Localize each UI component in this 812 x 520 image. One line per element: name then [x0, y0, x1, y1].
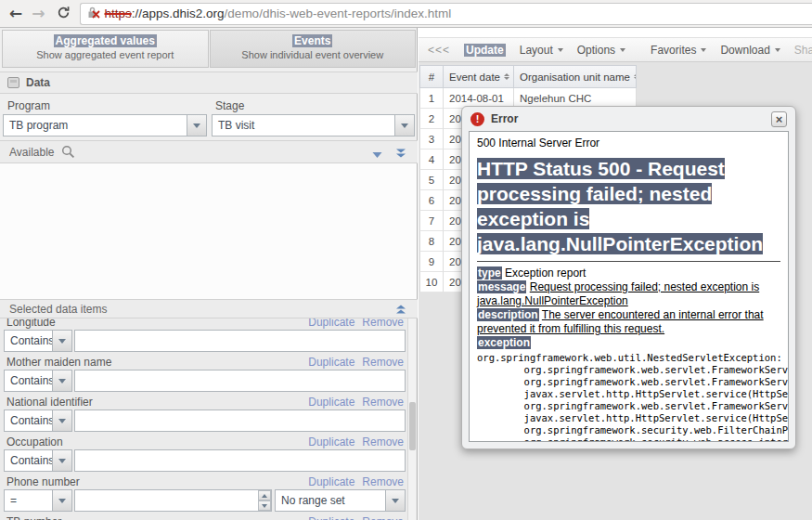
program-label: Program: [7, 99, 50, 112]
forward-icon[interactable]: →: [32, 6, 45, 21]
operator-select[interactable]: Contains: [4, 370, 72, 392]
collapse-up-icon[interactable]: [395, 305, 406, 318]
error-status-line: 500 Internal Server Error: [477, 136, 780, 150]
operator-select[interactable]: Contains: [4, 449, 72, 472]
program-value: TB program: [4, 119, 187, 132]
duplicate-link[interactable]: Duplicate: [308, 515, 354, 520]
chevron-down-icon[interactable]: [52, 490, 71, 511]
stage-value: TB visit: [213, 119, 394, 132]
chevron-down-icon[interactable]: [394, 115, 414, 136]
remove-link[interactable]: Remove: [362, 515, 404, 520]
filter-item: Phone number Duplicate Remove =: [0, 473, 417, 513]
share-menu-button[interactable]: Share: [794, 44, 812, 57]
filter-number-input[interactable]: [74, 489, 272, 512]
search-icon[interactable]: [61, 145, 75, 162]
scrollbar[interactable]: [407, 318, 416, 520]
remove-link[interactable]: Remove: [362, 318, 404, 329]
move-all-down-icon[interactable]: [395, 149, 406, 162]
available-label: Available: [9, 146, 54, 159]
dialog-body: 500 Internal Server Error HTTP Status 50…: [469, 131, 789, 442]
operator-select[interactable]: =: [4, 489, 72, 512]
program-select[interactable]: TB program: [3, 114, 207, 136]
filter-value-input[interactable]: [74, 370, 406, 392]
chevron-down-icon[interactable]: [52, 410, 71, 431]
column-header-event-date[interactable]: Event date: [444, 65, 514, 88]
selected-label: Selected data items: [9, 303, 107, 316]
duplicate-link[interactable]: Duplicate: [308, 396, 354, 409]
chevron-down-icon[interactable]: [385, 490, 405, 511]
description-label: description: [477, 308, 539, 321]
exception-label: exception: [477, 336, 531, 349]
filter-value-input[interactable]: [74, 410, 406, 432]
filter-label: Occupation: [6, 436, 63, 448]
accordion-data-header[interactable]: Data: [0, 72, 418, 94]
caret-down-icon: [775, 48, 780, 52]
error-icon: !: [470, 112, 484, 126]
chevron-down-icon[interactable]: [52, 370, 71, 391]
column-header-org-unit[interactable]: Organisation unit name: [514, 65, 637, 88]
selected-items-header: Selected data items: [0, 299, 418, 318]
tab-aggregated-title: Aggregated values: [54, 34, 157, 47]
reload-icon[interactable]: [57, 6, 71, 22]
stage-select[interactable]: TB visit: [212, 114, 415, 136]
column-header-number[interactable]: #: [419, 65, 444, 88]
browser-toolbar: ← → https://apps.dhis2.org/demo/dhis-web…: [0, 0, 812, 28]
duplicate-link[interactable]: Duplicate: [308, 318, 354, 329]
filter-label: Longitude: [6, 318, 56, 329]
chevron-down-icon[interactable]: [52, 331, 71, 351]
operator-select[interactable]: Contains: [4, 330, 72, 352]
tab-events-title: Events: [292, 34, 332, 47]
west-panel: Aggregated values Show aggregated event …: [0, 28, 418, 520]
remove-link[interactable]: Remove: [362, 475, 404, 488]
operator-select[interactable]: Contains: [4, 410, 72, 432]
error-heading: HTTP Status 500 - Request processing fai…: [477, 156, 780, 256]
filter-label: Mother maiden name: [6, 356, 111, 369]
available-items-list[interactable]: [0, 163, 417, 299]
chevron-down-icon[interactable]: [52, 450, 71, 471]
stage-label: Stage: [215, 99, 244, 112]
remove-link[interactable]: Remove: [362, 356, 404, 369]
stepper-up-icon[interactable]: [258, 490, 271, 500]
filter-item: TB number Duplicate Remove: [0, 513, 417, 520]
back-icon[interactable]: ←: [9, 6, 22, 21]
options-menu-button[interactable]: Options: [577, 44, 625, 57]
filter-item: Longitude Duplicate Remove Contains: [0, 318, 417, 353]
range-select[interactable]: No range set: [275, 489, 406, 512]
filter-item: National identifier Duplicate Remove Con…: [0, 393, 417, 433]
close-icon[interactable]: ×: [771, 111, 787, 127]
tab-aggregated-subtitle: Show aggregated event report: [3, 49, 208, 60]
filter-label: Phone number: [6, 475, 80, 488]
move-down-icon[interactable]: [372, 149, 382, 162]
data-section-icon: [7, 77, 19, 88]
download-menu-button[interactable]: Download: [720, 44, 780, 57]
stepper-down-icon[interactable]: [258, 500, 271, 511]
report-toolbar: <<< Update Layout Options Favorites Down…: [419, 37, 812, 62]
address-bar[interactable]: https://apps.dhis2.org/demo/dhis-web-eve…: [80, 3, 812, 25]
filter-value-input[interactable]: [74, 449, 406, 472]
dialog-titlebar[interactable]: ! Error ×: [462, 107, 795, 131]
duplicate-link[interactable]: Duplicate: [308, 356, 354, 369]
scrollbar-thumb[interactable]: [409, 402, 416, 450]
insecure-lock-icon[interactable]: [86, 6, 100, 22]
update-button[interactable]: Update: [464, 44, 506, 57]
remove-link[interactable]: Remove: [362, 396, 404, 409]
url-path: /demo/dhis-web-event-reports/index.html: [225, 6, 452, 20]
data-header-label: Data: [26, 76, 50, 89]
favorites-menu-button[interactable]: Favorites: [651, 44, 706, 57]
collapse-west-button[interactable]: <<<: [428, 44, 450, 57]
duplicate-link[interactable]: Duplicate: [308, 475, 354, 488]
tab-events[interactable]: Events Show individual event overview: [210, 30, 417, 68]
stack-trace: org.springframework.web.util.NestedServl…: [477, 352, 780, 442]
chevron-down-icon[interactable]: [187, 115, 206, 136]
filter-value-input[interactable]: [74, 330, 406, 352]
layout-menu-button[interactable]: Layout: [520, 44, 563, 57]
remove-link[interactable]: Remove: [362, 436, 404, 448]
message-label: message: [477, 280, 526, 293]
tab-aggregated-values[interactable]: Aggregated values Show aggregated event …: [2, 30, 209, 68]
url-text: https://apps.dhis2.org/demo/dhis-web-eve…: [105, 6, 452, 20]
caret-down-icon: [620, 48, 625, 52]
filter-label: National identifier: [6, 396, 93, 409]
selected-items-list: Longitude Duplicate Remove Contains: [0, 318, 417, 520]
duplicate-link[interactable]: Duplicate: [308, 436, 354, 448]
table-header-row: # Event date Organisation unit name: [419, 65, 637, 88]
